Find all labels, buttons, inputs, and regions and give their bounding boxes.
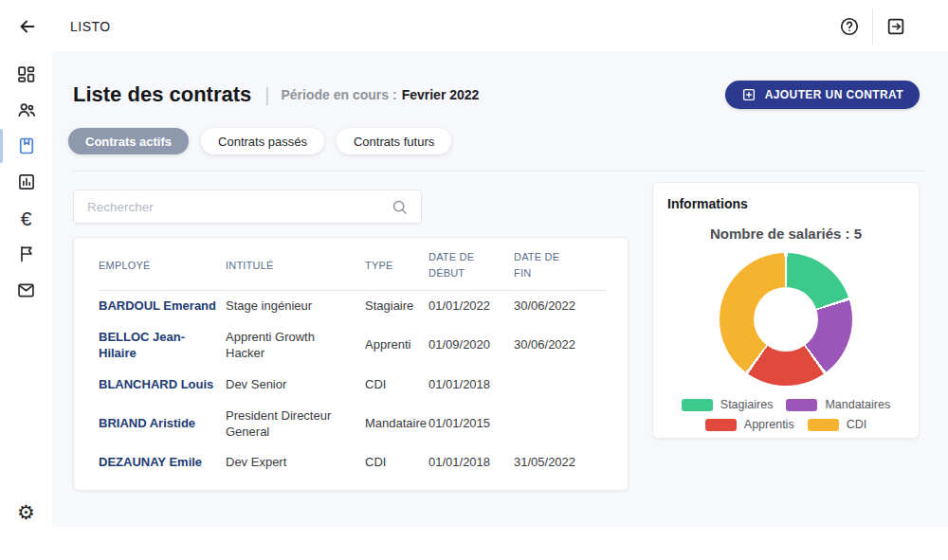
column-header-employe: EMPLOYÉ [99, 258, 226, 274]
add-box-icon [741, 87, 757, 102]
cell-type: Apprenti [365, 337, 428, 353]
people-icon [16, 99, 37, 120]
cell-employe: BRIAND Aristide [99, 416, 226, 432]
cell-intitule: President Directeur General [226, 408, 365, 441]
informations-title: Informations [667, 196, 904, 211]
chart-legend: Stagiaires Mandataires Apprentis CDI [667, 398, 904, 431]
tabs: Contrats actifs Contrats passés Contrats… [68, 128, 451, 154]
sidebar-item-settings[interactable]: ⚙ [0, 502, 52, 522]
column-header-date-fin: DATE DE FIN [514, 249, 573, 281]
cell-debut: 01/01/2015 [428, 416, 514, 432]
gear-icon: ⚙ [17, 502, 35, 522]
tab-contrats-passes[interactable]: Contrats passés [201, 128, 324, 154]
sidebar-item-messages[interactable] [0, 272, 52, 308]
help-icon[interactable] [839, 16, 860, 37]
search-input[interactable] [74, 200, 391, 214]
table-row[interactable]: BRIAND Aristide President Directeur Gene… [99, 401, 607, 448]
page-header: Liste des contrats | Période en cours : … [73, 81, 920, 109]
search-icon[interactable] [391, 198, 409, 216]
table-row[interactable]: BARDOUL Emerand Stage ingénieur Stagiair… [99, 291, 607, 322]
app-title: LISTO [70, 19, 111, 34]
mail-icon [16, 280, 36, 300]
cell-debut: 01/01/2018 [428, 377, 514, 393]
table-row[interactable]: DEZAUNAY Emile Dev Expert CDI 01/01/2018… [99, 447, 607, 479]
cell-employe: DEZAUNAY Emile [99, 455, 226, 471]
period-value: Fevrier 2022 [402, 87, 480, 102]
cell-intitule: Dev Expert [226, 455, 365, 471]
book-contracts-icon [17, 136, 36, 155]
flag-icon [17, 244, 36, 263]
table-row[interactable]: BLANCHARD Louis Dev Senior CDI 01/01/201… [99, 370, 607, 401]
main-content: Liste des contrats | Période en cours : … [52, 52, 948, 527]
bar-chart-icon [17, 172, 36, 191]
legend-swatch-cdi [808, 419, 839, 431]
table-header-row: EMPLOYÉ INTITULÉ TYPE DATE DE DÉBUT DATE… [99, 242, 607, 291]
legend-swatch-stagiaires [682, 399, 713, 411]
content-divider [73, 171, 924, 172]
logout-icon[interactable] [885, 16, 906, 37]
contracts-donut-chart [720, 253, 852, 386]
legend-swatch-mandataires [786, 399, 817, 411]
donut-hole [754, 287, 818, 352]
sidebar: € ⚙ [0, 52, 52, 560]
employee-count: Nombre de salariés : 5 [667, 226, 904, 242]
legend-item-stagiaires: Stagiaires [682, 398, 774, 411]
cell-debut: 01/01/2018 [428, 455, 514, 471]
topbar: LISTO [0, 0, 948, 52]
legend-item-apprentis: Apprentis [705, 418, 794, 431]
title-separator: | [264, 84, 269, 106]
cell-fin: 30/06/2022 [514, 337, 607, 353]
sidebar-item-contracts[interactable] [0, 128, 52, 164]
legend-item-mandataires: Mandataires [786, 398, 890, 411]
back-arrow-icon[interactable] [17, 16, 38, 37]
euro-icon: € [21, 208, 32, 228]
period-label: Période en cours : [281, 87, 396, 102]
column-header-intitule: INTITULÉ [226, 258, 365, 274]
column-header-type: TYPE [365, 258, 428, 274]
table-row[interactable]: BELLOC Jean-Hilaire Apprenti Growth Hack… [99, 322, 607, 370]
cell-fin: 30/06/2022 [514, 298, 607, 315]
column-header-date-debut: DATE DE DÉBUT [428, 249, 487, 281]
cell-intitule: Apprenti Growth Hacker [226, 330, 365, 362]
sidebar-item-people[interactable] [0, 92, 52, 128]
cell-debut: 01/01/2022 [428, 298, 514, 315]
cell-type: Stagiaire [365, 298, 428, 315]
cell-intitule: Stage ingénieur [226, 298, 365, 315]
tab-contrats-futurs[interactable]: Contrats futurs [337, 128, 451, 154]
page-title: Liste des contrats [73, 82, 251, 107]
active-indicator [0, 129, 3, 163]
sidebar-item-dashboard[interactable] [0, 56, 52, 92]
cell-type: CDI [365, 377, 428, 393]
sidebar-item-reports[interactable] [0, 236, 52, 272]
legend-swatch-apprentis [705, 419, 737, 431]
cell-fin: 31/05/2022 [514, 455, 607, 471]
informations-panel: Informations Nombre de salariés : 5 Stag… [652, 182, 920, 439]
cell-debut: 01/09/2020 [428, 337, 514, 353]
cell-type: CDI [365, 455, 428, 471]
tab-contrats-actifs[interactable]: Contrats actifs [68, 128, 189, 154]
dashboard-icon [16, 64, 36, 84]
add-contract-button[interactable]: AJOUTER UN CONTRAT [725, 81, 920, 109]
add-contract-label: AJOUTER UN CONTRAT [765, 88, 903, 101]
topbar-divider [872, 9, 873, 45]
sidebar-item-payroll[interactable]: € [0, 200, 52, 236]
cell-employe: BARDOUL Emerand [99, 298, 226, 315]
contracts-table: EMPLOYÉ INTITULÉ TYPE DATE DE DÉBUT DATE… [73, 237, 629, 491]
legend-item-cdi: CDI [808, 418, 867, 431]
sidebar-item-statistics[interactable] [0, 164, 52, 200]
cell-intitule: Dev Senior [226, 377, 365, 393]
cell-employe: BLANCHARD Louis [99, 377, 226, 393]
cell-type: Mandataire [365, 416, 428, 432]
cell-employe: BELLOC Jean-Hilaire [99, 330, 226, 362]
search-box [73, 190, 422, 224]
